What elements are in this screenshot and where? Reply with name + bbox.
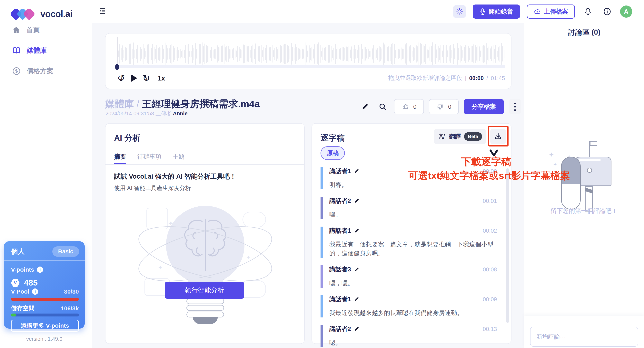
edit-speaker-icon[interactable] [354, 168, 360, 174]
translate-icon: 文 A [438, 133, 446, 140]
storage-progressbar [11, 314, 79, 317]
info-icon [603, 7, 612, 16]
lightbulb-brain-illustration: ✦ ✦ ✦ [138, 206, 272, 316]
play-button[interactable] [128, 72, 140, 84]
forward-button[interactable]: ↻3 [140, 72, 152, 84]
waveform[interactable] [117, 41, 505, 66]
sidebar: vocol.ai 首頁 媒體庫 $ 價格方案 個人 Basic [0, 0, 92, 348]
current-time: 00:00 [469, 75, 484, 81]
time-separator: / [486, 75, 488, 81]
tab-summary[interactable]: 摘要 [114, 153, 126, 164]
help-button[interactable] [601, 5, 614, 18]
edit-speaker-icon[interactable] [354, 198, 360, 204]
vpoints-info-icon[interactable]: i [37, 267, 43, 273]
vpool-info-icon[interactable]: i [32, 289, 38, 295]
original-transcript-tab[interactable]: 原稿 [320, 146, 345, 160]
upload-file-button[interactable]: 上傳檔案 [527, 4, 575, 18]
beta-badge: Beta [464, 132, 482, 141]
book-icon [12, 46, 21, 55]
dislike-button[interactable]: 0 [429, 99, 459, 114]
sidebar-item-label: 價格方案 [27, 67, 53, 76]
brand-logo[interactable]: vocol.ai [11, 8, 72, 20]
edit-speaker-icon[interactable] [354, 296, 360, 302]
speaker-name: 講話者1 [329, 167, 351, 175]
vpoints-label: V-points [11, 266, 34, 273]
speaker-name: 講話者2 [329, 197, 351, 205]
vpool-value: 30/30 [64, 288, 79, 295]
collapse-sidebar-icon [98, 7, 106, 15]
entry-text: 嗯。 [329, 338, 497, 347]
search-icon [378, 103, 387, 111]
no-comments-hint: 留下您的第一個評論吧！ [524, 207, 644, 215]
edit-speaker-icon[interactable] [354, 228, 360, 234]
annotation-highlight-box [488, 126, 508, 146]
breadcrumb-media-library[interactable]: 媒體庫 [105, 98, 134, 109]
plan-tier-badge: Basic [52, 246, 79, 257]
translate-label: 翻譯 [449, 133, 461, 141]
comment-input-bar [524, 316, 644, 348]
drag-hint: 拖曳並選取欲新增評論之區段 [388, 74, 462, 82]
tab-topics[interactable]: 主題 [172, 153, 185, 164]
notifications-button[interactable] [582, 5, 594, 18]
entry-timestamp: 00:01 [483, 198, 497, 204]
thumbs-down-icon [436, 103, 444, 111]
transcript-entry[interactable]: 講話者100:09我最近發現越來越多的長輩嗯在我們健身房運動。 [320, 295, 497, 318]
transcript-entry[interactable]: 講話者200:13嗯。 [320, 325, 497, 347]
ai-empty-subtext: 使用 AI 智能工具產生深度分析 [114, 184, 191, 192]
microphone-icon [480, 8, 486, 15]
more-options-button[interactable] [509, 99, 521, 114]
breadcrumb: 媒體庫 / 王經理健身房撰稿需求.m4a [105, 97, 260, 110]
app-root: vocol.ai 首頁 媒體庫 $ 價格方案 個人 Basic [0, 0, 644, 348]
buy-vpoints-button[interactable]: 添購更多 V-points [11, 320, 79, 332]
edit-title-button[interactable] [359, 100, 371, 113]
sidebar-item-pricing[interactable]: $ 價格方案 [0, 64, 92, 78]
like-button[interactable]: 0 [394, 99, 424, 114]
storage-value: 106/3k [61, 305, 79, 312]
plan-title: 個人 [11, 247, 25, 256]
play-icon [131, 75, 137, 82]
sidebar-collapse-button[interactable] [96, 5, 108, 17]
bell-icon [584, 7, 592, 16]
annotation-line1: 下載逐字稿 [402, 155, 570, 169]
ai-analysis-panel: AI 分析 摘要 待辦事項 主題 試試 Vocol.ai 強大的 AI 智能分析… [105, 123, 305, 344]
transcript-scrollbar[interactable] [506, 168, 509, 323]
start-recording-button[interactable]: 開始錄音 [473, 4, 520, 18]
transcript-entry[interactable]: 講話者200:01嘿。 [320, 197, 497, 219]
edit-speaker-icon[interactable] [354, 267, 360, 272]
total-duration: 01:45 [491, 75, 505, 81]
entry-text: 我最近有一個想要寫一篇文章，就是想要推銷一下我這個小型的，這個健身房嗯。 [329, 240, 497, 258]
seek-track[interactable] [117, 65, 505, 68]
playback-speed-button[interactable]: 1x [158, 74, 165, 82]
ai-tabs: 摘要 待辦事項 主題 [106, 153, 304, 165]
loading-spinner [453, 5, 466, 18]
cloud-upload-icon [534, 8, 541, 14]
transcript-entry[interactable]: 講話者100:02我最近有一個想要寫一篇文章，就是想要推銷一下我這個小型的，這個… [320, 227, 497, 258]
rewind-button[interactable]: ↺3 [115, 72, 128, 84]
vpool-label: V-Pool [11, 288, 29, 295]
search-transcript-button[interactable] [376, 100, 389, 113]
new-comment-input[interactable] [530, 327, 638, 347]
translate-button[interactable]: 文 A 翻譯 Beta [434, 129, 486, 144]
entry-timestamp: 00:02 [483, 228, 497, 234]
breadcrumb-separator: / [137, 98, 140, 109]
forward-icon: ↻3 [142, 74, 150, 83]
playhead-handle[interactable] [115, 64, 119, 70]
transcript-entry[interactable]: 講話者300:08嗯，嗯。 [320, 265, 497, 288]
speaker-name: 講話者2 [329, 325, 351, 333]
edit-speaker-icon[interactable] [354, 326, 360, 332]
hint-separator: | [465, 75, 466, 81]
speaker-name: 講話者1 [329, 227, 351, 235]
annotation-line2: 可選txt純文字檔案或srt影片字幕檔案 [404, 169, 574, 182]
discussion-title: 討論區 (0) [524, 27, 644, 37]
run-ai-analysis-button[interactable]: 執行智能分析 [165, 282, 244, 299]
tab-todos[interactable]: 待辦事項 [137, 153, 162, 164]
sidebar-item-label: 首頁 [26, 25, 40, 34]
transcript-panel-title: 逐字稿 [320, 133, 345, 143]
ai-empty-headline: 試試 Vocol.ai 強大的 AI 智能分析工具吧！ [114, 172, 236, 181]
sidebar-item-media-library[interactable]: 媒體庫 [0, 44, 92, 57]
user-avatar[interactable]: A [620, 5, 632, 18]
sidebar-item-label: 媒體庫 [27, 46, 47, 55]
share-file-button[interactable]: 分享檔案 [464, 99, 504, 114]
sidebar-item-home[interactable]: 首頁 [0, 23, 92, 37]
playhead-line [117, 37, 118, 67]
